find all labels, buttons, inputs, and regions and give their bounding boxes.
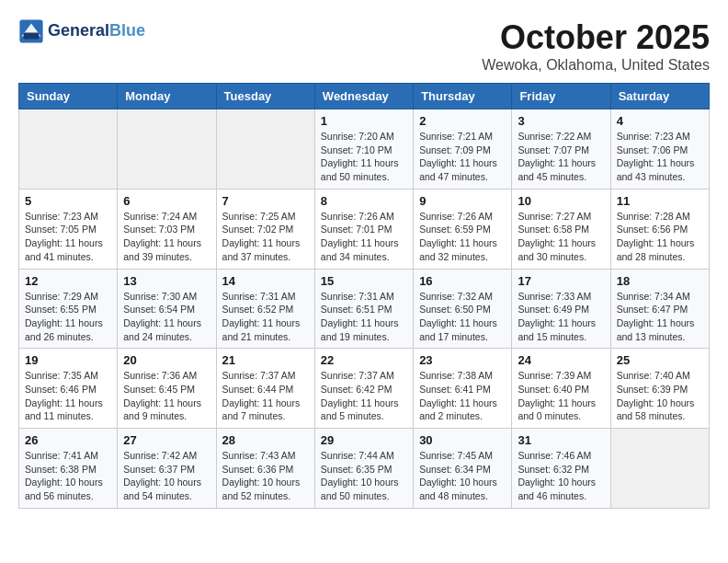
day-number: 8	[321, 194, 407, 208]
header-saturday: Saturday	[610, 84, 709, 109]
day-info: Sunrise: 7:21 AM Sunset: 7:09 PM Dayligh…	[419, 130, 506, 184]
calendar-cell	[19, 109, 118, 190]
day-number: 4	[617, 114, 703, 128]
day-info: Sunrise: 7:43 AM Sunset: 6:36 PM Dayligh…	[222, 449, 309, 503]
calendar-cell: 8Sunrise: 7:26 AM Sunset: 7:01 PM Daylig…	[314, 189, 413, 269]
day-number: 21	[222, 353, 309, 367]
day-number: 27	[123, 433, 210, 447]
day-number: 31	[518, 433, 604, 447]
day-info: Sunrise: 7:27 AM Sunset: 6:58 PM Dayligh…	[518, 210, 604, 264]
calendar-cell: 23Sunrise: 7:38 AM Sunset: 6:41 PM Dayli…	[414, 349, 512, 429]
calendar-header-row: SundayMondayTuesdayWednesdayThursdayFrid…	[19, 84, 710, 109]
header-thursday: Thursday	[414, 84, 512, 109]
calendar-week-1: 1Sunrise: 7:20 AM Sunset: 7:10 PM Daylig…	[19, 109, 710, 190]
calendar-week-2: 5Sunrise: 7:23 AM Sunset: 7:05 PM Daylig…	[19, 189, 710, 269]
logo-text: GeneralBlue	[48, 22, 145, 40]
day-number: 7	[222, 194, 309, 208]
calendar-cell: 24Sunrise: 7:39 AM Sunset: 6:40 PM Dayli…	[512, 349, 610, 429]
day-info: Sunrise: 7:46 AM Sunset: 6:32 PM Dayligh…	[518, 449, 604, 503]
header-sunday: Sunday	[19, 84, 118, 109]
calendar-week-5: 26Sunrise: 7:41 AM Sunset: 6:38 PM Dayli…	[19, 429, 710, 509]
day-info: Sunrise: 7:26 AM Sunset: 7:01 PM Dayligh…	[321, 210, 407, 264]
day-info: Sunrise: 7:31 AM Sunset: 6:52 PM Dayligh…	[222, 290, 309, 344]
calendar-cell: 1Sunrise: 7:20 AM Sunset: 7:10 PM Daylig…	[314, 109, 413, 190]
day-number: 11	[617, 194, 703, 208]
day-info: Sunrise: 7:44 AM Sunset: 6:35 PM Dayligh…	[321, 449, 407, 503]
calendar-cell: 12Sunrise: 7:29 AM Sunset: 6:55 PM Dayli…	[19, 269, 118, 349]
day-number: 22	[321, 353, 407, 367]
calendar-cell: 31Sunrise: 7:46 AM Sunset: 6:32 PM Dayli…	[512, 429, 610, 509]
calendar-cell: 16Sunrise: 7:32 AM Sunset: 6:50 PM Dayli…	[414, 269, 512, 349]
calendar-cell: 25Sunrise: 7:40 AM Sunset: 6:39 PM Dayli…	[610, 349, 709, 429]
day-number: 3	[518, 114, 604, 128]
day-number: 15	[321, 274, 407, 288]
day-number: 25	[617, 353, 703, 367]
calendar-cell: 6Sunrise: 7:24 AM Sunset: 7:03 PM Daylig…	[118, 189, 216, 269]
day-info: Sunrise: 7:35 AM Sunset: 6:46 PM Dayligh…	[25, 369, 111, 423]
calendar-week-4: 19Sunrise: 7:35 AM Sunset: 6:46 PM Dayli…	[19, 349, 710, 429]
header-monday: Monday	[118, 84, 216, 109]
day-number: 24	[518, 353, 604, 367]
calendar-cell: 21Sunrise: 7:37 AM Sunset: 6:44 PM Dayli…	[216, 349, 314, 429]
calendar-cell: 15Sunrise: 7:31 AM Sunset: 6:51 PM Dayli…	[314, 269, 413, 349]
day-info: Sunrise: 7:24 AM Sunset: 7:03 PM Dayligh…	[123, 210, 210, 264]
calendar-cell: 30Sunrise: 7:45 AM Sunset: 6:34 PM Dayli…	[414, 429, 512, 509]
day-info: Sunrise: 7:25 AM Sunset: 7:02 PM Dayligh…	[222, 210, 309, 264]
calendar-week-3: 12Sunrise: 7:29 AM Sunset: 6:55 PM Dayli…	[19, 269, 710, 349]
day-number: 29	[321, 433, 407, 447]
day-number: 10	[518, 194, 604, 208]
calendar-cell	[118, 109, 216, 190]
day-info: Sunrise: 7:30 AM Sunset: 6:54 PM Dayligh…	[123, 290, 210, 344]
day-number: 23	[419, 353, 506, 367]
calendar-cell: 9Sunrise: 7:26 AM Sunset: 6:59 PM Daylig…	[414, 189, 512, 269]
day-number: 26	[25, 433, 111, 447]
calendar-cell: 10Sunrise: 7:27 AM Sunset: 6:58 PM Dayli…	[512, 189, 610, 269]
day-number: 28	[222, 433, 309, 447]
day-info: Sunrise: 7:23 AM Sunset: 7:06 PM Dayligh…	[617, 130, 703, 184]
day-number: 1	[321, 114, 407, 128]
day-number: 14	[222, 274, 309, 288]
calendar-cell: 18Sunrise: 7:34 AM Sunset: 6:47 PM Dayli…	[610, 269, 709, 349]
logo: GeneralBlue	[18, 18, 145, 44]
header-friday: Friday	[512, 84, 610, 109]
calendar-cell: 27Sunrise: 7:42 AM Sunset: 6:37 PM Dayli…	[118, 429, 216, 509]
day-info: Sunrise: 7:28 AM Sunset: 6:56 PM Dayligh…	[617, 210, 703, 264]
day-number: 13	[123, 274, 210, 288]
header-tuesday: Tuesday	[216, 84, 314, 109]
day-info: Sunrise: 7:26 AM Sunset: 6:59 PM Dayligh…	[419, 210, 506, 264]
calendar-cell: 19Sunrise: 7:35 AM Sunset: 6:46 PM Dayli…	[19, 349, 118, 429]
calendar-cell: 2Sunrise: 7:21 AM Sunset: 7:09 PM Daylig…	[414, 109, 512, 190]
day-info: Sunrise: 7:29 AM Sunset: 6:55 PM Dayligh…	[25, 290, 111, 344]
day-number: 5	[25, 194, 111, 208]
day-info: Sunrise: 7:45 AM Sunset: 6:34 PM Dayligh…	[419, 449, 506, 503]
day-info: Sunrise: 7:33 AM Sunset: 6:49 PM Dayligh…	[518, 290, 604, 344]
day-info: Sunrise: 7:37 AM Sunset: 6:42 PM Dayligh…	[321, 369, 407, 423]
day-info: Sunrise: 7:22 AM Sunset: 7:07 PM Dayligh…	[518, 130, 604, 184]
calendar-cell: 5Sunrise: 7:23 AM Sunset: 7:05 PM Daylig…	[19, 189, 118, 269]
day-info: Sunrise: 7:39 AM Sunset: 6:40 PM Dayligh…	[518, 369, 604, 423]
header-wednesday: Wednesday	[314, 84, 413, 109]
calendar-body: 1Sunrise: 7:20 AM Sunset: 7:10 PM Daylig…	[19, 109, 710, 509]
day-number: 19	[25, 353, 111, 367]
day-info: Sunrise: 7:32 AM Sunset: 6:50 PM Dayligh…	[419, 290, 506, 344]
day-info: Sunrise: 7:37 AM Sunset: 6:44 PM Dayligh…	[222, 369, 309, 423]
day-info: Sunrise: 7:40 AM Sunset: 6:39 PM Dayligh…	[617, 369, 703, 423]
day-info: Sunrise: 7:38 AM Sunset: 6:41 PM Dayligh…	[419, 369, 506, 423]
day-number: 17	[518, 274, 604, 288]
calendar-cell: 14Sunrise: 7:31 AM Sunset: 6:52 PM Dayli…	[216, 269, 314, 349]
day-info: Sunrise: 7:41 AM Sunset: 6:38 PM Dayligh…	[25, 449, 111, 503]
calendar-cell: 20Sunrise: 7:36 AM Sunset: 6:45 PM Dayli…	[118, 349, 216, 429]
day-number: 12	[25, 274, 111, 288]
day-info: Sunrise: 7:31 AM Sunset: 6:51 PM Dayligh…	[321, 290, 407, 344]
logo-icon	[18, 18, 44, 44]
page-header: GeneralBlue October 2025 Wewoka, Oklahom…	[18, 18, 710, 74]
calendar-cell	[216, 109, 314, 190]
calendar-cell: 13Sunrise: 7:30 AM Sunset: 6:54 PM Dayli…	[118, 269, 216, 349]
day-info: Sunrise: 7:42 AM Sunset: 6:37 PM Dayligh…	[123, 449, 210, 503]
day-number: 9	[419, 194, 506, 208]
month-title: October 2025	[482, 18, 710, 57]
day-number: 6	[123, 194, 210, 208]
day-number: 30	[419, 433, 506, 447]
calendar-cell: 22Sunrise: 7:37 AM Sunset: 6:42 PM Dayli…	[314, 349, 413, 429]
calendar-cell: 11Sunrise: 7:28 AM Sunset: 6:56 PM Dayli…	[610, 189, 709, 269]
